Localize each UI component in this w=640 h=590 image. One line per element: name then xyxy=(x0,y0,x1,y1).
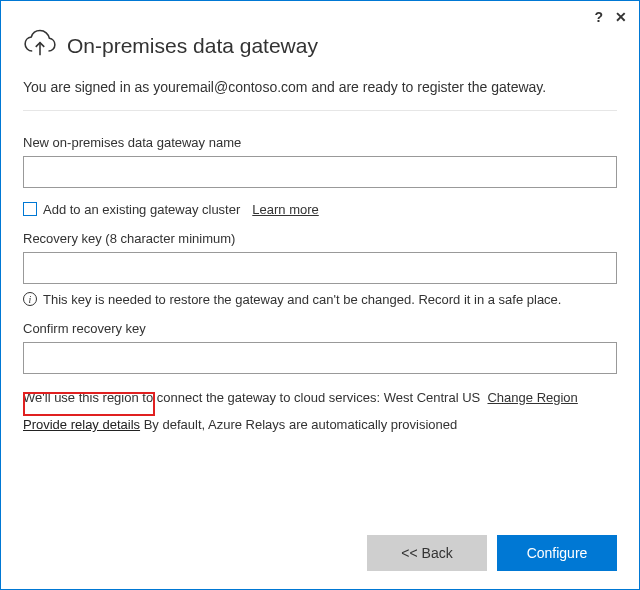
provide-relay-details-link[interactable]: Provide relay details xyxy=(23,417,140,432)
recovery-key-label: Recovery key (8 character minimum) xyxy=(23,231,617,246)
confirm-recovery-label: Confirm recovery key xyxy=(23,321,617,336)
cloud-upload-icon xyxy=(23,27,57,64)
configure-button[interactable]: Configure xyxy=(497,535,617,571)
recovery-key-input[interactable] xyxy=(23,252,617,284)
gateway-name-input[interactable] xyxy=(23,156,617,188)
confirm-recovery-input[interactable] xyxy=(23,342,617,374)
cluster-checkbox-label: Add to an existing gateway cluster xyxy=(43,202,240,217)
cluster-learn-more-link[interactable]: Learn more xyxy=(252,202,318,217)
relay-default-text: By default, Azure Relays are automatical… xyxy=(140,417,457,432)
recovery-key-info-text: This key is needed to restore the gatewa… xyxy=(43,292,561,307)
change-region-link[interactable]: Change Region xyxy=(487,390,577,405)
cluster-checkbox[interactable] xyxy=(23,202,37,216)
gateway-dialog: ? ✕ On-premises data gateway You are sig… xyxy=(0,0,640,590)
region-value: West Central US xyxy=(384,390,481,405)
gateway-name-label: New on-premises data gateway name xyxy=(23,135,617,150)
back-button[interactable]: << Back xyxy=(367,535,487,571)
help-icon[interactable]: ? xyxy=(594,9,603,25)
signin-status-text: You are signed in as youremail@contoso.c… xyxy=(23,78,617,111)
region-prefix-text: We'll use this region to connect the gat… xyxy=(23,390,384,405)
info-icon: i xyxy=(23,292,37,306)
close-icon[interactable]: ✕ xyxy=(615,9,627,25)
dialog-title: On-premises data gateway xyxy=(67,34,318,58)
